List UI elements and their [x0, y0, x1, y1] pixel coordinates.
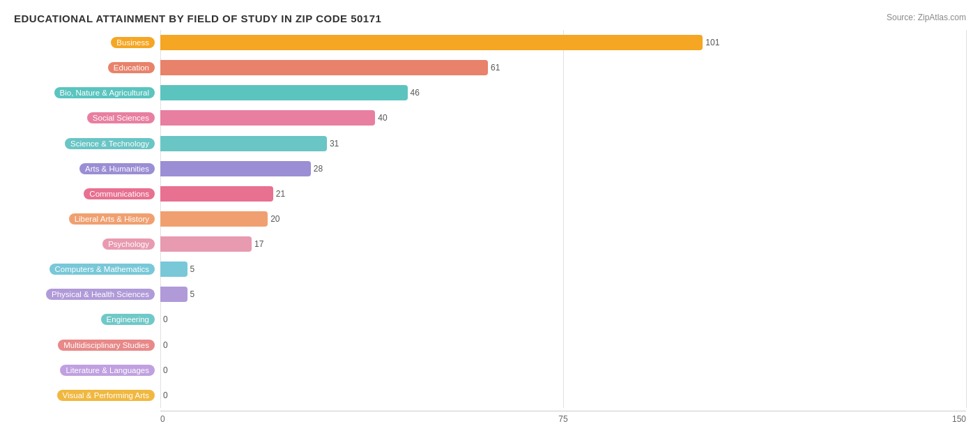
chart-area: Business101Education61Bio, Nature & Agri…: [14, 30, 966, 414]
label-pill: Communications: [84, 188, 155, 199]
bar-fill: 17: [160, 236, 252, 252]
x-axis-label: 150: [952, 414, 966, 424]
bar-track: 5: [160, 287, 966, 302]
label-pill: Liberal Arts & History: [69, 213, 155, 225]
label-pill: Visual & Performing Arts: [57, 390, 155, 401]
bar-fill: 40: [160, 110, 375, 126]
label-pill: Psychology: [102, 238, 155, 250]
x-axis-label: 75: [558, 414, 567, 424]
label-pill: Arts & Humanities: [79, 163, 155, 174]
bar-value: 20: [270, 214, 280, 224]
bar-fill: 61: [160, 60, 488, 75]
bar-label: Multidisciplinary Studies: [14, 340, 160, 351]
bar-label: Science & Technology: [14, 138, 160, 149]
bar-fill: 101: [160, 35, 703, 50]
grid-line: [966, 30, 967, 408]
bar-value: 40: [378, 113, 387, 123]
bar-value: 21: [276, 189, 285, 199]
x-axis-label: 0: [160, 414, 165, 424]
bars-section: Business101Education61Bio, Nature & Agri…: [14, 30, 966, 408]
bar-label: Psychology: [14, 238, 160, 250]
bar-track: 5: [160, 261, 966, 277]
bar-value: 46: [411, 88, 420, 98]
bar-fill: 5: [160, 261, 187, 277]
label-pill: Computers & Mathematics: [49, 264, 155, 275]
bar-row: Business101: [14, 31, 966, 54]
chart-title: EDUCATIONAL ATTAINMENT BY FIELD OF STUDY…: [14, 13, 966, 24]
bar-value: 0: [163, 340, 168, 350]
bar-track: 0: [160, 363, 966, 378]
bar-fill: 20: [160, 211, 268, 227]
label-pill: Business: [111, 37, 155, 48]
bar-row: Education61: [14, 56, 966, 79]
bar-row: Bio, Nature & Agricultural46: [14, 82, 966, 104]
bar-track: 20: [160, 211, 966, 227]
bar-row: Communications21: [14, 183, 966, 205]
bar-label: Literature & Languages: [14, 365, 160, 376]
label-pill: Engineering: [101, 314, 155, 325]
bar-fill: 5: [160, 287, 187, 302]
bar-label: Computers & Mathematics: [14, 264, 160, 275]
bar-row: Physical & Health Sciences5: [14, 283, 966, 305]
bar-value: 5: [190, 289, 195, 299]
bar-value: 0: [163, 314, 168, 324]
bar-row: Liberal Arts & History20: [14, 208, 966, 230]
bar-row: Visual & Performing Arts0: [14, 384, 966, 407]
bar-fill: 31: [160, 136, 327, 151]
chart-source: Source: ZipAtlas.com: [887, 13, 966, 22]
bar-row: Psychology17: [14, 233, 966, 255]
bar-value: 0: [163, 365, 168, 375]
bar-label: Engineering: [14, 314, 160, 325]
x-axis: 075150: [160, 411, 966, 414]
bar-track: 40: [160, 110, 966, 126]
bar-track: 46: [160, 85, 966, 100]
bar-value: 28: [314, 164, 323, 174]
bar-track: 17: [160, 236, 966, 252]
bar-track: 21: [160, 186, 966, 202]
label-pill: Education: [108, 62, 155, 73]
bar-value: 5: [190, 264, 195, 274]
label-pill: Multidisciplinary Studies: [58, 340, 155, 351]
bar-label: Communications: [14, 188, 160, 199]
chart-container: EDUCATIONAL ATTAINMENT BY FIELD OF STUDY…: [0, 0, 980, 440]
label-pill: Bio, Nature & Agricultural: [54, 87, 155, 98]
label-pill: Literature & Languages: [60, 365, 155, 376]
bar-row: Engineering0: [14, 308, 966, 331]
bar-label: Social Sciences: [14, 112, 160, 123]
bar-track: 31: [160, 136, 966, 151]
bar-label: Visual & Performing Arts: [14, 390, 160, 401]
bar-fill: 28: [160, 161, 311, 176]
bar-row: Multidisciplinary Studies0: [14, 334, 966, 356]
bar-row: Arts & Humanities28: [14, 158, 966, 180]
bar-track: 28: [160, 161, 966, 176]
bar-row: Science & Technology31: [14, 132, 966, 155]
bar-label: Education: [14, 62, 160, 73]
bar-value: 31: [330, 139, 339, 149]
bar-value: 101: [705, 38, 719, 47]
label-pill: Science & Technology: [65, 138, 155, 149]
bar-label: Liberal Arts & History: [14, 213, 160, 225]
bar-fill: 21: [160, 186, 273, 202]
bar-track: 0: [160, 337, 966, 353]
label-pill: Social Sciences: [87, 112, 155, 123]
bar-track: 0: [160, 312, 966, 327]
bar-value: 0: [163, 390, 168, 400]
bar-track: 101: [160, 35, 966, 50]
bar-value: 61: [491, 63, 500, 73]
bar-row: Computers & Mathematics5: [14, 258, 966, 280]
bar-label: Business: [14, 37, 160, 48]
label-pill: Physical & Health Sciences: [46, 289, 155, 300]
bar-row: Literature & Languages0: [14, 359, 966, 381]
bar-label: Bio, Nature & Agricultural: [14, 87, 160, 98]
bar-row: Social Sciences40: [14, 107, 966, 129]
bar-label: Arts & Humanities: [14, 163, 160, 174]
bar-label: Physical & Health Sciences: [14, 289, 160, 300]
bar-fill: 46: [160, 85, 408, 100]
bar-track: 61: [160, 60, 966, 75]
bar-track: 0: [160, 388, 966, 403]
bar-value: 17: [254, 239, 263, 249]
